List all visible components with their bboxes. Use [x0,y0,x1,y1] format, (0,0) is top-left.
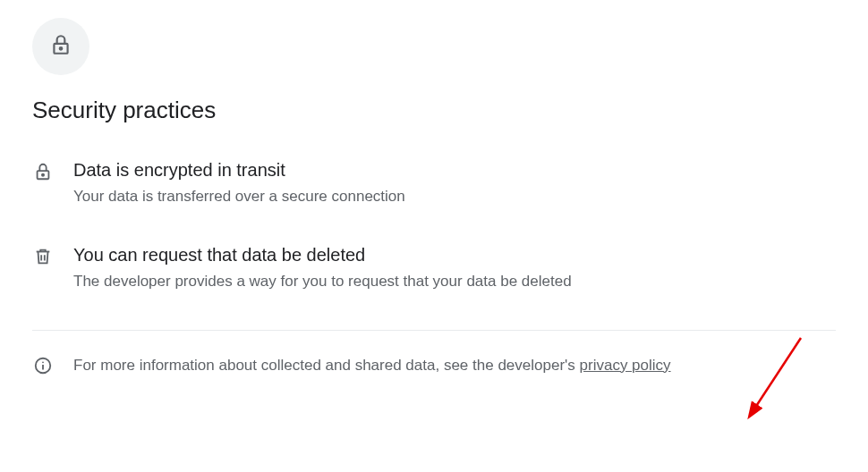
lock-icon [49,33,72,60]
info-icon [32,356,54,375]
svg-point-3 [42,174,44,176]
practice-item: You can request that data be deleted The… [32,245,836,292]
footer-text: For more information about collected and… [73,357,671,375]
annotation-arrow [734,331,814,429]
divider [32,330,836,331]
practice-title: You can request that data be deleted [73,245,836,266]
section-title: Security practices [32,97,836,124]
practice-description: The developer provides a way for you to … [73,271,836,292]
privacy-policy-link[interactable]: privacy policy [580,357,671,374]
footer-prefix: For more information about collected and… [73,357,580,374]
header-lock-circle [32,18,89,75]
practice-title: Data is encrypted in transit [73,160,836,181]
svg-point-6 [42,361,44,363]
svg-point-1 [60,47,63,50]
trash-icon [32,245,54,266]
practice-description: Your data is transferred over a secure c… [73,186,836,207]
practice-item: Data is encrypted in transit Your data i… [32,160,836,207]
svg-line-8 [750,338,801,416]
footer-info-row: For more information about collected and… [32,356,836,375]
lock-icon [32,160,54,181]
